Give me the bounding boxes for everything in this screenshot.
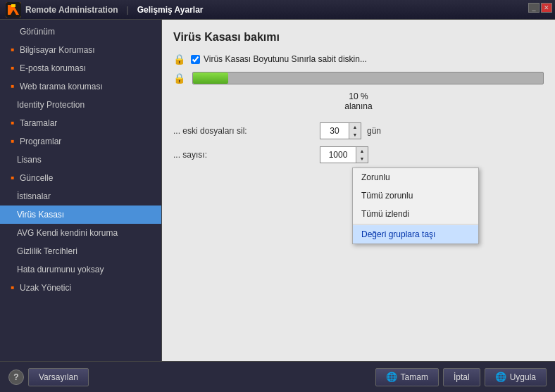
title-bar-app-name: Remote Administration (25, 5, 118, 15)
title-bar-controls: _ ✕ (528, 3, 552, 13)
form-row-eskidosyalar: ... eski dosyaları sil: ▲ ▼ gün (173, 122, 544, 139)
bullet-icon-web: ■ (8, 82, 17, 91)
sidebar-label-lisans: Lisans (17, 153, 42, 166)
context-item-tumoizlendi[interactable]: Tümü izlendi (353, 205, 478, 223)
progress-bar (192, 72, 544, 84)
help-button[interactable]: ? (8, 369, 24, 385)
sidebar-label-uzak: Uzak Yönetici (20, 282, 71, 294)
form-row-sayisi: ... sayısı: ▲ ▼ (173, 146, 544, 163)
bullet-icon-guncelle: ■ (8, 174, 17, 182)
title-bar: Remote Administration | Gelişmiş Ayarlar… (0, 0, 555, 20)
content-area: Virüs Kasası bakımı 🔒 Virüs Kasası Boyut… (162, 20, 555, 361)
sidebar-item-identity[interactable]: Identity Protection (0, 96, 161, 114)
sidebar-item-uzak[interactable]: ■ Uzak Yönetici (0, 279, 161, 297)
footer: ? Varsayılan 🌐 Tamam İptal 🌐 Uygula (0, 361, 555, 392)
sidebar-label-goruntum: Görünüm (20, 25, 55, 38)
content-title: Virüs Kasası bakımı (173, 31, 544, 44)
form-label-eskidosyalar: ... eski dosyaları sil: (173, 126, 314, 136)
defaults-button[interactable]: Varsayılan (28, 368, 89, 386)
sidebar-item-hata[interactable]: Hata durumunu yoksay (0, 260, 161, 279)
progress-sub: alanına (344, 101, 372, 111)
spinner-down-sayisi[interactable]: ▼ (356, 155, 368, 163)
sidebar-label-istisnalar: İstisnalar (17, 190, 51, 203)
sidebar-item-istisnalar[interactable]: İstisnalar (0, 187, 161, 206)
sidebar-label-gizlilik: Gizlilik Tercihleri (17, 245, 77, 258)
spinner-btns-dosyalar: ▲ ▼ (349, 123, 361, 139)
sidebar: Görünüm ■ Bilgisayar Koruması ■ E-posta … (0, 20, 162, 361)
context-menu-divider (353, 224, 478, 225)
spinner-sayisi[interactable]: ▲ ▼ (320, 146, 368, 163)
defaults-label: Varsayılan (39, 372, 78, 382)
sidebar-item-web[interactable]: ■ Web tarama koruması (0, 77, 161, 96)
apply-globe-icon: 🌐 (495, 372, 506, 382)
sidebar-label-programlar: Programlar (20, 135, 61, 148)
cancel-label: İptal (454, 372, 470, 382)
spinner-down-dosyalar[interactable]: ▼ (349, 131, 361, 139)
sidebar-label-kendini: AVG Kendi kendini koruma (17, 227, 118, 239)
form-unit-dosyalar: gün (367, 126, 381, 136)
sidebar-label-eposta: E-posta koruması (20, 62, 86, 75)
sidebar-label-web: Web tarama koruması (20, 80, 103, 93)
bullet-icon-eposta: ■ (8, 64, 17, 72)
sidebar-label-viruskasasi: Virüs Kasası (17, 208, 64, 221)
ok-button[interactable]: 🌐 Tamam (375, 368, 439, 386)
sidebar-item-programlar[interactable]: ■ Programlar (0, 132, 161, 151)
spinner-value-dosyalar[interactable] (320, 123, 349, 139)
checkbox-label[interactable]: Virüs Kasası Boyutunu Sınırla sabit disk… (191, 54, 367, 64)
sidebar-item-lisans[interactable]: Lisans (0, 151, 161, 169)
sidebar-item-kendini[interactable]: AVG Kendi kendini koruma (0, 224, 161, 242)
title-bar-sep: | (127, 5, 129, 15)
spinner-up-dosyalar[interactable]: ▲ (349, 123, 361, 131)
title-bar-logo: Remote Administration | Gelişmiş Ayarlar (6, 2, 204, 18)
footer-right: 🌐 Tamam İptal 🌐 Uygula (375, 368, 547, 386)
sidebar-item-bilgisayar[interactable]: ■ Bilgisayar Koruması (0, 41, 161, 59)
sidebar-item-eposta[interactable]: ■ E-posta koruması (0, 59, 161, 77)
progress-fill (193, 72, 228, 84)
progress-percent: 10 % (349, 91, 368, 101)
main-container: Görünüm ■ Bilgisayar Koruması ■ E-posta … (0, 20, 555, 361)
limit-checkbox[interactable] (191, 55, 200, 64)
spinner-up-sayisi[interactable]: ▲ (356, 147, 368, 155)
bullet-icon-bilgisayar: ■ (8, 46, 17, 54)
title-bar-subtitle: Gelişmiş Ayarlar (137, 5, 204, 15)
sidebar-item-gizlilik[interactable]: Gizlilik Tercihleri (0, 242, 161, 260)
checkbox-text: Virüs Kasası Boyutunu Sınırla sabit disk… (204, 54, 367, 64)
lock-icon-2: 🔒 (173, 72, 185, 84)
lock-icon: 🔒 (173, 53, 185, 65)
checkbox-row: 🔒 Virüs Kasası Boyutunu Sınırla sabit di… (173, 53, 544, 65)
sidebar-item-viruskasasi[interactable]: Virüs Kasası (0, 206, 161, 224)
svg-rect-2 (11, 4, 15, 7)
avg-logo (6, 2, 21, 18)
spinner-value-sayisi[interactable] (320, 147, 356, 163)
sidebar-label-identity: Identity Protection (17, 99, 85, 111)
sidebar-item-goruntum[interactable]: Görünüm (0, 23, 161, 41)
sidebar-label-taramalar: Taramalar (20, 117, 57, 129)
progress-container: 🔒 (173, 72, 544, 84)
context-item-zorunlu[interactable]: Zorunlu (353, 168, 478, 186)
apply-button[interactable]: 🌐 Uygula (485, 368, 547, 386)
sidebar-label-guncelle: Güncelle (20, 172, 53, 184)
footer-left: ? Varsayılan (8, 368, 89, 386)
context-item-degeri[interactable]: Değeri gruplara taşı (353, 225, 478, 244)
bullet-icon-taramalar: ■ (8, 119, 17, 127)
apply-label: Uygula (510, 372, 536, 382)
ok-globe-icon: 🌐 (386, 372, 397, 382)
sidebar-label-bilgisayar: Bilgisayar Koruması (20, 44, 95, 56)
expand-icon (8, 27, 17, 36)
sidebar-item-taramalar[interactable]: ■ Taramalar (0, 114, 161, 132)
bullet-icon-programlar: ■ (8, 137, 17, 146)
spinner-btns-sayisi: ▲ ▼ (356, 147, 368, 163)
ok-label: Tamam (401, 372, 428, 382)
close-button[interactable]: ✕ (541, 3, 552, 13)
cancel-button[interactable]: İptal (443, 368, 480, 386)
progress-info: 10 % alanına (173, 91, 544, 111)
minimize-button[interactable]: _ (528, 3, 540, 13)
sidebar-label-hata: Hata durumunu yoksay (17, 263, 104, 276)
context-item-tumozorunlu[interactable]: Tümü zorunlu (353, 186, 478, 205)
bullet-icon-uzak: ■ (8, 284, 17, 292)
form-label-sayisi: ... sayısı: (173, 150, 314, 160)
context-menu: Zorunlu Tümü zorunlu Tümü izlendi Değeri… (352, 167, 479, 244)
sidebar-item-guncelle[interactable]: ■ Güncelle (0, 169, 161, 187)
spinner-dosyalar[interactable]: ▲ ▼ (320, 122, 361, 139)
